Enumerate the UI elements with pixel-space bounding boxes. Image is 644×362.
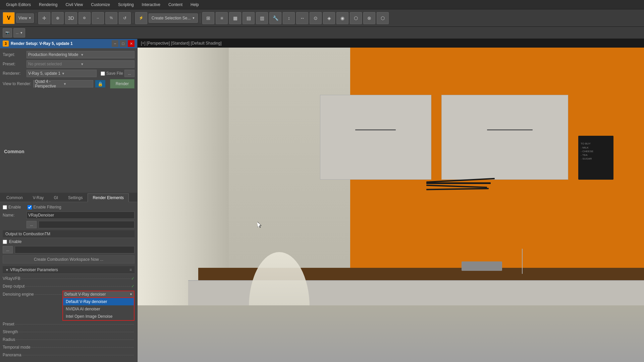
menu-content[interactable]: Content bbox=[165, 1, 186, 8]
tb-icon6[interactable]: 🔧 bbox=[269, 12, 281, 24]
tab-render-elements[interactable]: Render Elements bbox=[88, 193, 129, 202]
view-to-render-row: View to Render: Quad 4 - Perspective ▼ 🔒… bbox=[3, 79, 135, 88]
tb-icon14[interactable]: ⬡ bbox=[377, 12, 389, 24]
knife-holder bbox=[426, 180, 502, 205]
maximize-button[interactable]: □ bbox=[120, 40, 126, 47]
lock-btn[interactable]: 🔒 bbox=[95, 80, 105, 87]
enable-filtering-checkbox[interactable] bbox=[28, 205, 32, 209]
vray-vfb-label: VRayVFB bbox=[3, 276, 20, 281]
view-dropdown[interactable]: View ▼ bbox=[16, 13, 34, 23]
close-button[interactable]: ✕ bbox=[128, 40, 135, 47]
save-file-dots-btn[interactable]: ... bbox=[124, 70, 135, 77]
snap-icon[interactable]: ⚡ bbox=[135, 12, 147, 24]
denoising-engine-label: Denoising engine bbox=[3, 292, 34, 297]
tab-settings[interactable]: Settings bbox=[63, 193, 88, 202]
vray-icon-btn[interactable]: V bbox=[3, 12, 15, 24]
sep2 bbox=[133, 13, 133, 23]
tabs-row: Common V-Ray GI Settings Render Elements bbox=[0, 193, 137, 202]
panorama-label: Panorama bbox=[3, 353, 21, 357]
menu-help[interactable]: Help bbox=[187, 1, 202, 8]
scale-icon[interactable]: ⚙ bbox=[78, 12, 91, 24]
main-content: 3 Render Setup: V-Ray 5, update 1 − □ ✕ … bbox=[0, 39, 644, 362]
view-to-render-label: View to Render: bbox=[3, 81, 31, 86]
preset2-row: Preset bbox=[3, 321, 135, 327]
tb-icon10[interactable]: ◈ bbox=[323, 12, 335, 24]
tb-icon12[interactable]: ⬡ bbox=[350, 12, 362, 24]
tb-icon8[interactable]: ↔ bbox=[296, 12, 308, 24]
menu-bar: Graph Editors Rendering Civil View Custo… bbox=[0, 0, 644, 9]
faucet bbox=[522, 249, 523, 274]
vray-denoiser-section: ▼ VRayDenoiser Parameters ≡ bbox=[3, 266, 135, 274]
menu-scripting[interactable]: Scripting bbox=[115, 1, 137, 8]
target-row: Target: Production Rendering Mode ▼ bbox=[3, 51, 135, 58]
sep3 bbox=[200, 13, 200, 23]
mirror-icon[interactable]: ↔ bbox=[92, 12, 104, 24]
viewport-canvas[interactable]: TO BUY- MILK- CHEESE- TEA- SUGAR bbox=[138, 48, 644, 362]
name-sub-input[interactable] bbox=[39, 221, 135, 228]
dots-btn[interactable]: ... bbox=[26, 221, 37, 228]
menu-civil-view[interactable]: Civil View bbox=[62, 1, 86, 8]
toolbar2-dropdown[interactable]: ... ▼ bbox=[13, 28, 25, 38]
create-selection-btn[interactable]: Create Selection Se... ▼ bbox=[149, 13, 198, 23]
name-label: Name: bbox=[3, 213, 24, 218]
save-file-checkbox[interactable] bbox=[101, 71, 105, 76]
tab-gi[interactable]: GI bbox=[49, 193, 63, 202]
enable-checkbox[interactable] bbox=[3, 205, 7, 209]
engine-dropdown-btn[interactable]: Default V-Ray denoiser ▼ bbox=[62, 291, 135, 298]
percent-icon[interactable]: % bbox=[105, 12, 117, 24]
engine-option-default[interactable]: Default V-Ray denoiser bbox=[63, 298, 134, 305]
output-dots-btn[interactable]: ... bbox=[3, 246, 13, 253]
undo-icon[interactable]: ↺ bbox=[119, 12, 131, 24]
notepad-lines: TO BUY- MILK- CHEESE- TEA- SUGAR bbox=[581, 142, 611, 161]
renderer-dropdown[interactable]: V-Ray 5, update 1 ▼ bbox=[26, 70, 97, 77]
menu-customize[interactable]: Customize bbox=[88, 1, 113, 8]
panel-icon: 3 bbox=[3, 41, 9, 47]
enable-label: Enable bbox=[8, 205, 21, 209]
tab-vray[interactable]: V-Ray bbox=[28, 193, 49, 202]
name-input[interactable] bbox=[26, 212, 135, 219]
strength-row: Strength bbox=[3, 328, 135, 335]
minimize-button[interactable]: − bbox=[112, 40, 118, 47]
menu-interactive[interactable]: Interactive bbox=[139, 1, 164, 8]
engine-option-nvidia[interactable]: NVIDIA AI denoiser bbox=[63, 305, 134, 313]
preset-row: Preset: No preset selected ▼ bbox=[3, 60, 135, 68]
svg-marker-0 bbox=[258, 222, 261, 228]
tb-icon4[interactable]: ▤ bbox=[243, 12, 255, 24]
deep-output-check: ✓ bbox=[131, 284, 135, 289]
temporal-mode-label: Temporal mode bbox=[3, 345, 31, 350]
rotate-icon[interactable]: 3D bbox=[65, 12, 77, 24]
tb-icon3[interactable]: ▦ bbox=[229, 12, 241, 24]
output-path-input[interactable] bbox=[15, 246, 135, 253]
tb-icon7[interactable]: ↕ bbox=[283, 12, 295, 24]
menu-graph-editors[interactable]: Graph Editors bbox=[3, 1, 34, 8]
select-icon[interactable]: ⊕ bbox=[52, 12, 64, 24]
tb-icon1[interactable]: ⊞ bbox=[202, 12, 214, 24]
move-icon[interactable]: ✛ bbox=[38, 12, 50, 24]
target-label: Target: bbox=[3, 52, 24, 57]
tb-icon11[interactable]: ◉ bbox=[336, 12, 348, 24]
tb-icon5[interactable]: ▥ bbox=[256, 12, 268, 24]
engine-option-intel[interactable]: Intel Open Image Denoise bbox=[63, 313, 134, 320]
render-button[interactable]: Render bbox=[110, 79, 135, 88]
create-combustion-btn[interactable]: Create Combustion Workspace Now ... bbox=[3, 255, 135, 263]
target-dropdown[interactable]: Production Rendering Mode ▼ bbox=[26, 51, 135, 58]
engine-dropdown-menu: Default V-Ray denoiser NVIDIA AI denoise… bbox=[62, 298, 135, 321]
scroll-handle: ≡ bbox=[129, 267, 132, 272]
strength-label: Strength bbox=[3, 329, 18, 334]
tab-common[interactable]: Common bbox=[1, 193, 28, 202]
tb-icon2[interactable]: ≡ bbox=[216, 12, 228, 24]
sink bbox=[462, 261, 502, 271]
radius-row: Radius bbox=[3, 336, 135, 343]
viewport-header-text: [+] [Perspective] [Standard] [Default Sh… bbox=[141, 41, 221, 46]
view-to-render-dropdown[interactable]: Quad 4 - Perspective ▼ bbox=[33, 80, 93, 87]
tb-icon13[interactable]: ⊗ bbox=[363, 12, 375, 24]
upper-cabinet-right bbox=[441, 95, 568, 180]
section-collapse-icon[interactable]: ▼ bbox=[5, 268, 9, 272]
strength-dots bbox=[18, 332, 134, 332]
menu-rendering[interactable]: Rendering bbox=[36, 1, 61, 8]
tb-icon9[interactable]: ⊙ bbox=[310, 12, 322, 24]
output-enable-checkbox[interactable] bbox=[3, 240, 7, 244]
preset-dropdown[interactable]: No preset selected ▼ bbox=[26, 60, 135, 68]
cam-icon[interactable]: 📷 bbox=[3, 28, 12, 38]
denoising-engine-row: Denoising engine Default V-Ray denoiser … bbox=[3, 291, 135, 298]
